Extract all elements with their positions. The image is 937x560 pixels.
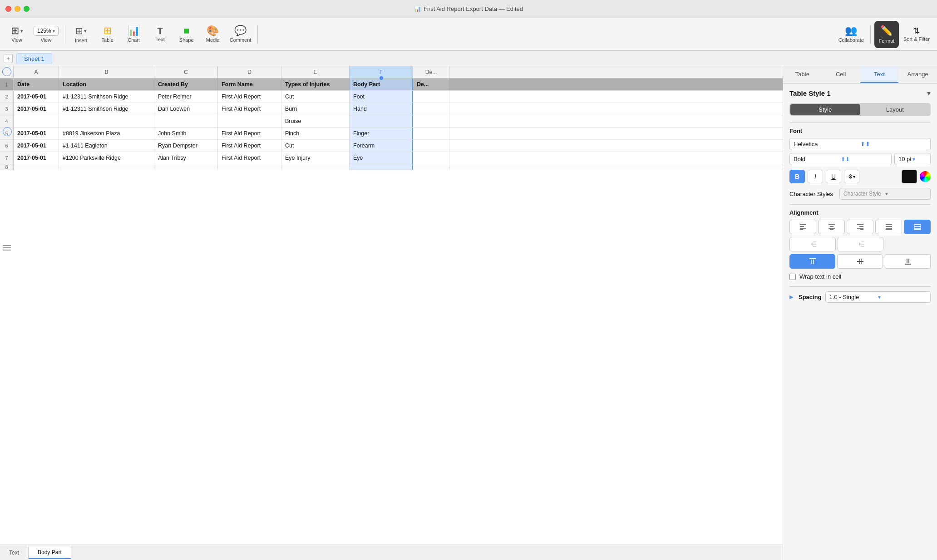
wrap-text-checkbox[interactable] — [789, 274, 796, 280]
cell-3-b[interactable]: #1-12311 Smithson Ridge — [59, 103, 154, 115]
cell-7-g[interactable] — [413, 152, 449, 164]
cell-3-f[interactable]: Hand — [350, 103, 413, 115]
cell-5-c[interactable]: John Smith — [154, 128, 218, 139]
cell-6-g[interactable] — [413, 140, 449, 152]
cell-7-c[interactable]: Alan Tribsy — [154, 152, 218, 164]
italic-button[interactable]: I — [808, 170, 823, 183]
rp-tab-cell[interactable]: Cell — [822, 66, 860, 83]
format-button[interactable]: ✏️ Format — [874, 21, 899, 48]
cell-3-g[interactable] — [413, 103, 449, 115]
col-header-b[interactable]: B — [59, 66, 154, 78]
bottom-tab-body-part[interactable]: Body Part — [29, 546, 71, 559]
rp-tab-text[interactable]: Text — [860, 66, 899, 83]
cell-5-b[interactable]: #8819 Jinkerson Plaza — [59, 128, 154, 139]
text-color-swatch[interactable] — [902, 170, 917, 183]
cell-5-g[interactable] — [413, 128, 449, 139]
cell-7-f[interactable]: Eye — [350, 152, 413, 164]
cell-7-b[interactable]: #1200 Parksville Ridge — [59, 152, 154, 164]
cell-3-a[interactable]: 2017-05-01 — [14, 103, 59, 115]
media-button[interactable]: 🎨 Media — [201, 21, 225, 48]
cell-8-e[interactable] — [281, 164, 350, 170]
cell-8-f[interactable] — [350, 164, 413, 170]
cell-1-f[interactable]: Body Part — [350, 79, 413, 90]
valign-middle-button[interactable] — [837, 254, 883, 269]
resize-handle-f[interactable] — [380, 76, 383, 80]
sort-filter-button[interactable]: ⇅ Sort & Filter — [901, 21, 932, 48]
align-center-button[interactable] — [818, 220, 845, 234]
maximize-button[interactable] — [24, 6, 30, 12]
cell-4-g[interactable] — [413, 115, 449, 127]
cell-2-g[interactable] — [413, 91, 449, 103]
underline-button[interactable]: U — [826, 170, 841, 183]
cell-2-b[interactable]: #1-12311 Smithson Ridge — [59, 91, 154, 103]
cell-1-c[interactable]: Created By — [154, 79, 218, 90]
cell-4-c[interactable] — [154, 115, 218, 127]
cell-3-e[interactable]: Burn — [281, 103, 350, 115]
collaborate-button[interactable]: 👥 Collaborate — [836, 21, 867, 48]
cell-8-d[interactable] — [218, 164, 281, 170]
cell-8-b[interactable] — [59, 164, 154, 170]
valign-top-button[interactable] — [789, 254, 835, 269]
align-left-button[interactable] — [789, 220, 816, 234]
cell-7-e[interactable]: Eye Injury — [281, 152, 350, 164]
view-button[interactable]: ⊞ ▾ View — [5, 21, 29, 48]
cell-1-g[interactable]: De... — [413, 79, 449, 90]
table-toolbar-button[interactable]: ⊞ Table — [95, 21, 120, 48]
sheet-tab-1[interactable]: Sheet 1 — [16, 53, 52, 64]
cell-6-c[interactable]: Ryan Dempster — [154, 140, 218, 152]
col-header-e[interactable]: E — [281, 66, 350, 78]
col-header-a[interactable]: A — [14, 66, 59, 78]
indent-decrease-button[interactable] — [789, 237, 836, 251]
cell-8-c[interactable] — [154, 164, 218, 170]
zoom-button[interactable]: 125% ▾ View — [31, 21, 61, 48]
text-options-button[interactable]: ⚙ ▾ — [844, 170, 859, 183]
character-styles-select[interactable]: Character Style ▾ — [839, 188, 931, 200]
cell-5-a[interactable]: 2017-05-01 — [14, 128, 59, 139]
font-size-select[interactable]: 10 pt ▾ — [894, 153, 931, 165]
minimize-button[interactable] — [15, 6, 20, 12]
col-header-f[interactable]: F — [350, 66, 413, 78]
font-style-select[interactable]: Bold ⬆⬇ — [789, 153, 892, 165]
col-header-g[interactable]: De... — [413, 66, 449, 78]
cell-4-e[interactable]: Bruise — [281, 115, 350, 127]
cell-1-d[interactable]: Form Name — [218, 79, 281, 90]
close-button[interactable] — [5, 6, 11, 12]
rp-tab-table[interactable]: Table — [783, 66, 822, 83]
cell-1-e[interactable]: Types of Injuries — [281, 79, 350, 90]
cell-2-e[interactable]: Cut — [281, 91, 350, 103]
chart-toolbar-button[interactable]: 📊 Chart — [122, 21, 146, 48]
add-sheet-button[interactable]: + — [4, 54, 13, 63]
col-header-c[interactable]: C — [154, 66, 218, 78]
cell-1-b[interactable]: Location — [59, 79, 154, 90]
select-all-button[interactable] — [2, 67, 11, 76]
cell-6-e[interactable]: Cut — [281, 140, 350, 152]
cell-1-a[interactable]: Date — [14, 79, 59, 90]
cell-2-c[interactable]: Peter Reimer — [154, 91, 218, 103]
cell-2-f[interactable]: Foot — [350, 91, 413, 103]
cell-7-a[interactable]: 2017-05-01 — [14, 152, 59, 164]
align-right-button[interactable] — [847, 220, 873, 234]
valign-bottom-button[interactable] — [885, 254, 931, 269]
comment-button[interactable]: 💬 Comment — [227, 21, 254, 48]
table-style-chevron[interactable]: ▾ — [927, 89, 931, 98]
col-header-d[interactable]: D — [218, 66, 281, 78]
cell-8-g[interactable] — [413, 164, 449, 170]
cell-7-d[interactable]: First Aid Report — [218, 152, 281, 164]
font-family-select[interactable]: Helvetica ⬆⬇ — [789, 138, 931, 150]
cell-5-d[interactable]: First Aid Report — [218, 128, 281, 139]
align-distribute-button[interactable] — [904, 220, 931, 234]
cell-8-a[interactable] — [14, 164, 59, 170]
spacing-select[interactable]: 1.0 - Single ▾ — [825, 291, 931, 303]
layout-tab-button[interactable]: Layout — [860, 104, 930, 115]
cell-3-c[interactable]: Dan Loewen — [154, 103, 218, 115]
cell-6-a[interactable]: 2017-05-01 — [14, 140, 59, 152]
cell-4-a[interactable] — [14, 115, 59, 127]
cell-2-d[interactable]: First Aid Report — [218, 91, 281, 103]
bold-button[interactable]: B — [789, 170, 805, 183]
color-picker-button[interactable] — [920, 171, 931, 182]
cell-2-a[interactable]: 2017-05-01 — [14, 91, 59, 103]
cell-4-b[interactable] — [59, 115, 154, 127]
text-toolbar-button[interactable]: T Text — [148, 21, 173, 48]
cell-4-d[interactable] — [218, 115, 281, 127]
bottom-tab-text[interactable]: Text — [0, 547, 29, 559]
